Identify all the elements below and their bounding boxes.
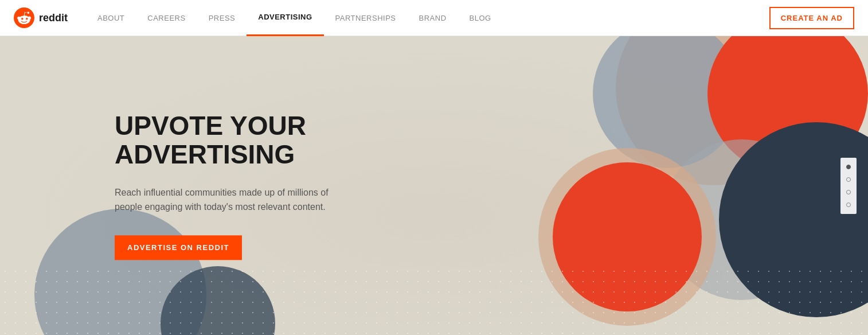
hero-headline-line2: ADVERTISING [115,139,295,169]
hero-headline: UPVOTE YOUR ADVERTISING [115,111,355,169]
nav-brand[interactable]: BRAND [408,0,458,36]
nav-links: ABOUT CAREERS PRESS ADVERTISING PARTNERS… [86,0,769,36]
create-ad-button[interactable]: CREATE AN AD [769,7,854,29]
reddit-logo[interactable]: reddit [14,7,68,28]
hero-subtext: Reach influential communities made up of… [115,185,355,215]
hero-headline-line1: UPVOTE YOUR [115,111,306,141]
reddit-wordmark: reddit [39,12,68,24]
nav-careers[interactable]: CAREERS [136,0,197,36]
slide-dot-3[interactable] [846,190,851,194]
hero-section: UPVOTE YOUR ADVERTISING Reach influentia… [0,36,868,335]
nav-advertising[interactable]: ADVERTISING [247,0,323,36]
slide-dot-2[interactable] [846,177,851,182]
slide-dot-1[interactable] [846,165,851,169]
dots-pattern [0,266,868,335]
navbar: reddit ABOUT CAREERS PRESS ADVERTISING P… [0,0,868,36]
hero-content: UPVOTE YOUR ADVERTISING Reach influentia… [115,111,355,260]
nav-partnerships[interactable]: PARTNERSHIPS [324,0,408,36]
slide-dot-4[interactable] [846,202,851,207]
nav-blog[interactable]: BLOG [458,0,503,36]
nav-about[interactable]: ABOUT [86,0,136,36]
nav-press[interactable]: PRESS [197,0,247,36]
slide-indicators [840,158,857,214]
advertise-button[interactable]: ADVERTISE ON REDDIT [115,235,242,260]
